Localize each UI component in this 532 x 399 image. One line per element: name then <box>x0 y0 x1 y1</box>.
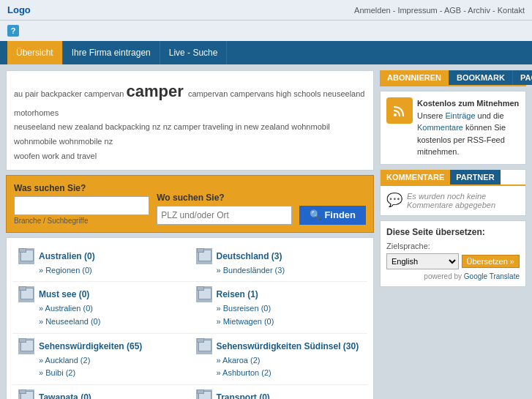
subscribe-tab-bar: ABONNIEREN BOOKMARK PAGERANK™ <box>380 70 526 86</box>
no-comments-text: Es wurden noch keine Kommentare abgegebe… <box>407 192 520 209</box>
tag-campervans[interactable]: campervans <box>230 89 276 98</box>
cat-mustsee-subs[interactable]: » Australien (0)» Neuseeland (0) <box>18 302 184 328</box>
logo[interactable]: Logo <box>7 4 31 15</box>
nav-bar: Übersicht Ihre Firma eintragen Live - Su… <box>0 41 532 64</box>
tag-worktravel[interactable]: work and travel <box>42 152 97 160</box>
cat-deutschland: Deutschland (3) » Bundesländer (3) <box>190 244 368 283</box>
category-grid: Australien (0) » Regionen (0) Deutschlan… <box>6 237 374 399</box>
tag-au-pair[interactable]: au pair <box>14 89 41 98</box>
rss-icon <box>386 97 413 124</box>
tag-highschools[interactable]: high schools <box>276 89 323 98</box>
tag-nzcamper[interactable]: nz camper <box>163 122 203 131</box>
translate-button[interactable]: Übersetzen » <box>462 255 520 268</box>
tag-wohnmobile[interactable]: wohnmobile <box>14 137 59 146</box>
tag-woofen[interactable]: woofen <box>14 152 42 160</box>
tag-backpacking[interactable]: backpacking <box>105 122 152 131</box>
tag-campervan-sm[interactable]: campervan <box>84 89 126 98</box>
search-btn-label: Finden <box>324 209 356 220</box>
help-row: ? <box>0 20 532 41</box>
comments-tab-bar: KOMMENTARE PARTNER <box>381 170 525 186</box>
tab-abonnieren[interactable]: ABONNIEREN <box>380 70 449 85</box>
tab-partner[interactable]: PARTNER <box>450 170 500 184</box>
tag-neuseeland2[interactable]: neuseeland <box>14 122 58 131</box>
tag-backpacker[interactable]: backpacker <box>41 89 84 98</box>
wo-field: Wo suchen Sie? <box>157 193 292 225</box>
left-col: au pair backpacker campervan camper camp… <box>6 70 374 399</box>
svg-point-0 <box>394 113 397 116</box>
help-icon[interactable]: ? <box>7 25 19 37</box>
cat-australien-subs[interactable]: » Regionen (0) <box>18 264 184 277</box>
cat-reisen-subs[interactable]: » Busreisen (0)» Mietwagen (0) <box>196 302 362 328</box>
cat-folder-icon <box>196 389 212 399</box>
was-input[interactable] <box>14 196 149 215</box>
tag-wohnmobil[interactable]: wohnmobil <box>291 122 330 131</box>
top-bar: Logo Anmelden - Impressum - AGB - Archiv… <box>0 0 532 20</box>
search-icon: 🔍 <box>310 209 321 220</box>
nav-item-firma[interactable]: Ihre Firma eintragen <box>63 41 160 64</box>
google-translate-link[interactable]: Google Translate <box>464 272 520 280</box>
cat-sehenswuerdigkeiten: Sehenswürdigkeiten (65) » Auckland (2)» … <box>12 334 190 385</box>
was-label: Was suchen Sie? <box>14 183 149 193</box>
translate-title: Diese Seite übersetzen: <box>386 227 520 237</box>
cat-australien: Australien (0) » Regionen (0) <box>12 244 190 283</box>
translate-panel: Diese Seite übersetzen: Zielsprache: Eng… <box>380 220 526 287</box>
tab-bookmark[interactable]: BOOKMARK <box>449 70 513 85</box>
cat-mustsee: Must see (0) » Australien (0)» Neuseelan… <box>12 282 190 333</box>
tag-neuseeland[interactable]: neuseeland <box>323 89 365 98</box>
translate-label: Zielsprache: <box>386 242 520 250</box>
right-col: ABONNIEREN BOOKMARK PAGERANK™ Kostenlos … <box>380 70 526 399</box>
cat-tawapata-title[interactable]: Tawapata (0) <box>39 392 91 399</box>
tab-kommentare[interactable]: KOMMENTARE <box>381 170 450 184</box>
search-box: Was suchen Sie? Branche / Suchbegriffe W… <box>6 175 374 233</box>
cat-sehenswuerdigkeiten-sued: Sehenswürdigkeiten Südinsel (30) » Akaro… <box>190 334 368 385</box>
cat-sued-title[interactable]: Sehenswürdigkeiten Südinsel (30) <box>217 341 359 351</box>
cat-deutschland-title[interactable]: Deutschland (3) <box>217 251 282 261</box>
translate-select[interactable]: English Deutsch Français Español 日本語 <box>386 253 459 269</box>
cat-transport-title[interactable]: Transport (0) <box>217 392 270 399</box>
rss-kommentare-link[interactable]: Kommentare <box>417 123 463 132</box>
google-translate: powered by Google Translate <box>386 272 520 280</box>
tag-camper[interactable]: camper <box>127 82 188 100</box>
cat-transport: Transport (0) » Land (0)» Luft (0) <box>190 385 368 399</box>
wo-input[interactable] <box>157 206 292 225</box>
cat-mustsee-title[interactable]: Must see (0) <box>39 289 89 299</box>
search-button[interactable]: 🔍 Finden <box>299 206 366 225</box>
tag-motorhomes[interactable]: motorhomes <box>14 108 59 117</box>
tab-pagerank[interactable]: PAGERANK™ <box>513 70 532 85</box>
cat-sehenswuerdigkeiten-subs[interactable]: » Auckland (2)» Buibi (2) <box>18 354 184 380</box>
rss-text: Kostenlos zum Mitnehmen Unsere Einträge … <box>417 97 520 158</box>
rss-eintraege-link[interactable]: Einträge <box>446 111 476 120</box>
main-layout: au pair backpacker campervan camper camp… <box>0 64 532 399</box>
cat-folder-icon <box>196 248 212 264</box>
nav-item-ubersicht[interactable]: Übersicht <box>7 41 63 64</box>
cat-sued-subs[interactable]: » Akaroa (2)» Ashburton (2) <box>196 354 362 380</box>
cat-sehenswuerdigkeiten-title[interactable]: Sehenswürdigkeiten (65) <box>39 341 142 351</box>
rss-heading: Kostenlos zum Mitnehmen <box>417 99 519 108</box>
was-hint: Branche / Suchbegriffe <box>14 217 149 225</box>
comment-icon: 💬 <box>386 192 402 208</box>
cat-folder-icon <box>196 286 212 302</box>
cat-folder-icon <box>18 286 34 302</box>
tag-traveling[interactable]: traveling in new zealand <box>203 122 291 131</box>
tag-campervan2[interactable]: campervan <box>188 89 230 98</box>
tag-nz[interactable]: nz <box>152 122 163 131</box>
cat-reisen-title[interactable]: Reisen (1) <box>217 289 258 299</box>
wo-label: Wo suchen Sie? <box>157 193 292 203</box>
rss-panel: Kostenlos zum Mitnehmen Unsere Einträge … <box>380 91 526 165</box>
comments-panel: KOMMENTARE PARTNER 💬 Es wurden noch kein… <box>380 169 526 216</box>
cat-folder-icon <box>18 338 34 354</box>
comment-body: 💬 Es wurden noch keine Kommentare abgege… <box>381 186 525 215</box>
cat-folder-icon <box>196 338 212 354</box>
cat-tawapata: Tawapata (0) <box>12 385 190 399</box>
nav-item-live[interactable]: Live - Suche <box>160 41 228 64</box>
cat-folder-icon <box>18 248 34 264</box>
cat-australien-title[interactable]: Australien (0) <box>39 251 95 261</box>
cat-folder-icon <box>18 389 34 399</box>
was-field: Was suchen Sie? Branche / Suchbegriffe <box>14 183 149 225</box>
tag-cloud: au pair backpacker campervan camper camp… <box>6 70 374 171</box>
top-links[interactable]: Anmelden - Impressum - AGB - Archiv - Ko… <box>354 6 525 15</box>
tag-wohnmobilenZ[interactable]: wohnmobile nz <box>59 137 113 146</box>
tag-newzealand[interactable]: new zealand <box>58 122 105 131</box>
cat-reisen: Reisen (1) » Busreisen (0)» Mietwagen (0… <box>190 282 368 333</box>
cat-deutschland-subs[interactable]: » Bundesländer (3) <box>196 264 362 277</box>
